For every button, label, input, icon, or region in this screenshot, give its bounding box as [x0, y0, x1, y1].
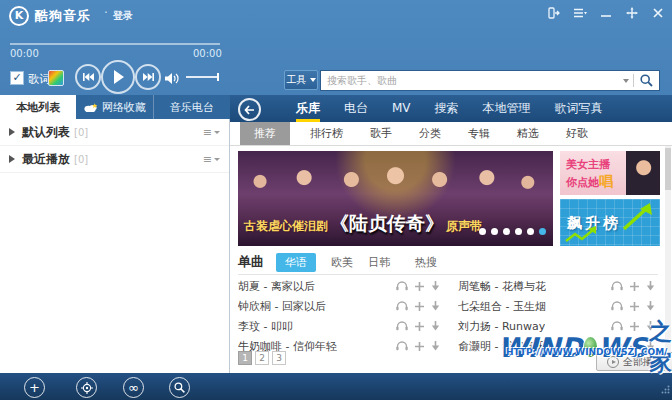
add-icon[interactable]: [415, 342, 424, 351]
genre-tab-hot[interactable]: 热搜: [415, 255, 437, 270]
minimize-icon[interactable]: [598, 6, 614, 20]
listen-icon[interactable]: [611, 321, 623, 331]
add-icon[interactable]: [415, 302, 424, 311]
playlist-menu-icon[interactable]: ≡: [203, 153, 220, 166]
add-icon[interactable]: [415, 322, 424, 331]
listen-icon[interactable]: [396, 301, 408, 311]
volume-slider-handle[interactable]: [217, 73, 219, 81]
promo-banner-luzhen[interactable]: 古装虐心催泪剧 《陆贞传奇》 原声带: [238, 151, 553, 246]
song-title[interactable]: 胡夏 - 离家以后: [238, 279, 315, 294]
genre-tab-western[interactable]: 欧美: [331, 255, 353, 270]
maximize-icon[interactable]: [624, 6, 640, 20]
nav-tab-mv[interactable]: MV: [392, 95, 411, 119]
add-icon[interactable]: [630, 302, 639, 311]
expand-arrow-icon[interactable]: [9, 128, 15, 136]
scrollbar-thumb[interactable]: [665, 148, 671, 190]
add-music-button[interactable]: +: [24, 377, 45, 398]
search-button[interactable]: [634, 74, 659, 87]
song-title[interactable]: 七朵组合 - 玉生烟: [458, 299, 546, 314]
add-icon[interactable]: [630, 282, 639, 291]
subnav-tab-recommend[interactable]: 推荐: [240, 122, 290, 145]
nav-tab-lyrics-photo[interactable]: 歌词写真: [555, 95, 603, 119]
listen-icon[interactable]: [396, 321, 408, 331]
sidebar-tab-local-list[interactable]: 本地列表: [0, 95, 76, 119]
page-button-2[interactable]: 2: [255, 351, 269, 365]
download-icon[interactable]: [431, 321, 440, 331]
download-icon[interactable]: [646, 281, 655, 291]
mini-player-icon[interactable]: [546, 6, 562, 20]
expand-arrow-icon[interactable]: [9, 155, 15, 163]
add-icon[interactable]: [630, 342, 639, 351]
nav-tab-local-manage[interactable]: 本地管理: [483, 95, 531, 119]
back-button[interactable]: [238, 98, 261, 121]
genre-tab-chinese[interactable]: 华语: [276, 253, 316, 272]
carousel-dot[interactable]: [491, 228, 498, 235]
link-mode-button[interactable]: ∞: [123, 377, 144, 398]
lyrics-checkbox[interactable]: ✓: [10, 71, 24, 85]
sidebar-tab-label: 本地列表: [16, 100, 60, 115]
volume-icon[interactable]: [165, 70, 180, 89]
nav-tab-radio[interactable]: 电台: [344, 95, 368, 119]
search-history-chevron-icon[interactable]: [623, 79, 629, 83]
download-icon[interactable]: [646, 321, 655, 331]
main-navbar: 乐库 电台 MV 搜索 本地管理 歌词写真: [230, 95, 672, 122]
nav-tab-library[interactable]: 乐库: [296, 95, 320, 122]
subnav-tab-artists[interactable]: 歌手: [370, 122, 392, 145]
carousel-dot[interactable]: [503, 228, 510, 235]
carousel-dot[interactable]: [479, 228, 486, 235]
download-icon[interactable]: [431, 281, 440, 291]
listen-icon[interactable]: [611, 341, 623, 351]
subnav-tab-good-songs[interactable]: 好歌: [566, 122, 588, 145]
resize-grip[interactable]: [661, 379, 670, 398]
promo-banner-soaring-chart[interactable]: 飙升榜: [560, 199, 660, 246]
add-icon[interactable]: [415, 282, 424, 291]
subnav-tab-charts[interactable]: 排行榜: [310, 122, 343, 145]
tools-button[interactable]: 工具: [284, 70, 318, 90]
carousel-dot[interactable]: [515, 228, 522, 235]
download-icon[interactable]: [646, 301, 655, 311]
song-title[interactable]: 钟欣桐 - 回家以后: [238, 299, 326, 314]
next-button[interactable]: [135, 64, 161, 90]
carousel-dot[interactable]: [527, 228, 534, 235]
page-button-3[interactable]: 3: [272, 351, 286, 365]
subnav-tab-albums[interactable]: 专辑: [468, 122, 490, 145]
carousel-dot-active[interactable]: [539, 228, 546, 235]
download-icon[interactable]: [431, 341, 440, 351]
download-icon[interactable]: [646, 341, 655, 351]
sidebar-tab-music-radio[interactable]: 音乐电台: [153, 95, 230, 119]
page-button-1[interactable]: 1: [238, 351, 252, 365]
skin-photo-icon[interactable]: [48, 70, 64, 86]
playlist-item-recent[interactable]: 最近播放 [0] ≡: [0, 146, 229, 173]
listen-icon[interactable]: [396, 341, 408, 351]
playlist-item-default[interactable]: 默认列表 [0] ≡: [0, 119, 229, 146]
promo-line1: 美女主播: [566, 157, 610, 172]
login-link[interactable]: 登录: [113, 9, 133, 23]
song-title[interactable]: 周笔畅 - 花樽与花: [458, 279, 546, 294]
add-icon[interactable]: [630, 322, 639, 331]
song-title[interactable]: 李玟 - 叩叩: [238, 319, 293, 334]
locate-playing-button[interactable]: [76, 377, 97, 398]
promo-banner-live-singer[interactable]: 美女主播 你点她唱: [560, 151, 660, 195]
song-title[interactable]: 俞灏明 - 我和春天: [458, 339, 546, 354]
song-title[interactable]: 刘力扬 - Runway: [458, 319, 545, 334]
search-input[interactable]: [321, 75, 619, 86]
genre-tab-japankorea[interactable]: 日韩: [368, 255, 390, 270]
download-icon[interactable]: [431, 301, 440, 311]
playlist-menu-icon[interactable]: ≡: [203, 126, 220, 139]
nav-tab-search[interactable]: 搜索: [435, 95, 459, 119]
play-button[interactable]: [101, 60, 135, 94]
content-scrollbar[interactable]: [665, 146, 671, 373]
listen-icon[interactable]: [611, 301, 623, 311]
listen-icon[interactable]: [396, 281, 408, 291]
previous-button[interactable]: [75, 64, 101, 90]
subnav-tab-featured[interactable]: 精选: [517, 122, 539, 145]
sidebar-tab-cloud-favorites[interactable]: 网络收藏: [76, 95, 152, 119]
progress-bar[interactable]: [10, 43, 220, 45]
play-all-button[interactable]: 全部播放: [596, 352, 672, 371]
search-music-button[interactable]: [169, 377, 190, 398]
close-icon[interactable]: [650, 6, 666, 20]
volume-slider[interactable]: [186, 76, 218, 78]
main-menu-icon[interactable]: [572, 6, 588, 20]
subnav-tab-categories[interactable]: 分类: [419, 122, 441, 145]
listen-icon[interactable]: [611, 281, 623, 291]
